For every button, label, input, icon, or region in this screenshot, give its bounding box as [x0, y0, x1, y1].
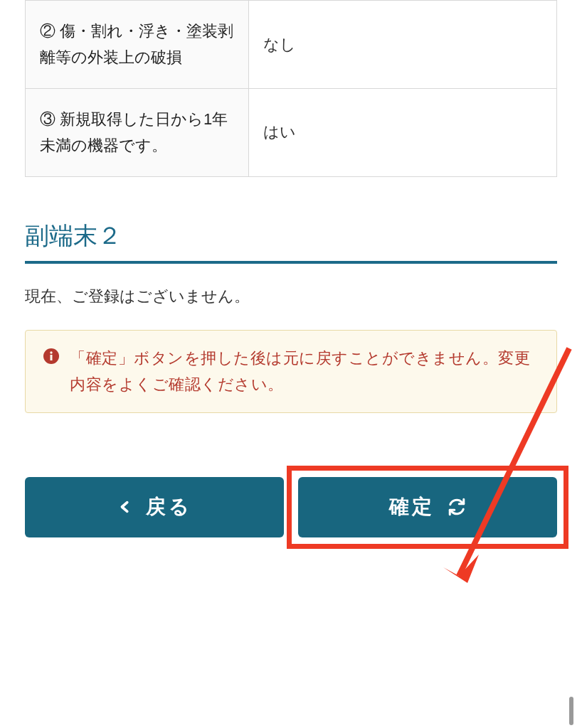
table-value-cell: はい — [248, 88, 556, 176]
device-info-table: ② 傷・割れ・浮き・塗装剥離等の外装上の破損 なし ③ 新規取得した日から1年未… — [25, 0, 557, 177]
table-label-cell: ③ 新規取得した日から1年未満の機器です。 — [26, 88, 249, 176]
no-registration-text: 現在、ご登録はございません。 — [25, 284, 557, 309]
svg-rect-1 — [51, 355, 53, 360]
back-button[interactable]: 戻る — [25, 477, 284, 537]
table-row: ③ 新規取得した日から1年未満の機器です。 はい — [26, 88, 557, 176]
warning-box: 「確定」ボタンを押した後は元に戻すことができません。変更内容をよくご確認ください… — [25, 330, 557, 413]
warning-text: 「確定」ボタンを押した後は元に戻すことができません。変更内容をよくご確認ください… — [70, 345, 539, 398]
table-value-cell: なし — [248, 1, 556, 89]
confirm-button[interactable]: 確定 — [298, 477, 557, 537]
info-icon — [43, 348, 60, 365]
scrollbar-thumb[interactable] — [569, 697, 573, 725]
svg-point-2 — [50, 351, 52, 353]
table-label-cell: ② 傷・割れ・浮き・塗装剥離等の外装上の破損 — [26, 1, 249, 89]
refresh-icon — [448, 498, 466, 516]
table-row: ② 傷・割れ・浮き・塗装剥離等の外装上の破損 なし — [26, 1, 557, 89]
chevron-left-icon — [117, 499, 133, 515]
back-button-label: 戻る — [146, 493, 192, 520]
section-title-subdevice-2: 副端末２ — [25, 220, 557, 264]
confirm-button-label: 確定 — [389, 493, 435, 520]
button-row: 戻る 確定 — [25, 477, 557, 559]
